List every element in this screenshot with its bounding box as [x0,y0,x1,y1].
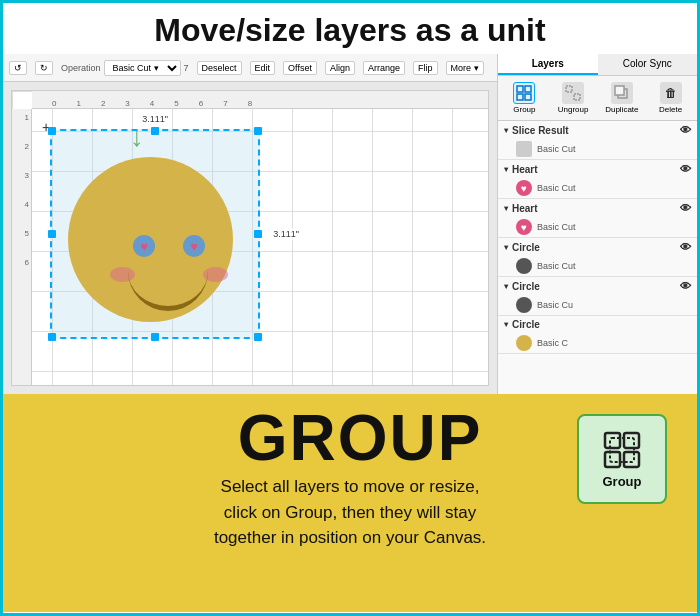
height-dimension: 3.111" [270,228,302,240]
svg-rect-2 [517,94,523,100]
layer-group-heart1-header[interactable]: ▾ Heart 👁 [498,160,697,178]
bottom-row: GROUP Group [23,406,677,470]
layer-group-circle1-header[interactable]: ▾ Circle 👁 [498,238,697,256]
layer-item[interactable]: Basic C [498,333,697,353]
group-icon-label: Group [603,474,642,489]
ungroup-tool-button[interactable]: Ungroup [551,80,596,116]
layer-swatch-circle3 [516,335,532,351]
layer-item[interactable]: Basic Cut [498,139,697,159]
circle2-group-name: Circle [512,281,540,292]
heart-left-icon: ♥ [140,240,148,253]
operation-label: Operation [61,63,101,73]
layer-item-name: Basic C [537,338,691,348]
tab-color-sync[interactable]: Color Sync [598,54,698,75]
svg-rect-7 [615,86,624,95]
ungroup-tool-label: Ungroup [558,105,589,114]
chevron-icon: ▾ [504,282,508,291]
ruler-vertical: 1 2 3 4 5 6 [12,109,32,385]
visibility-icon[interactable]: 👁 [680,241,691,253]
handle-tl[interactable] [48,127,56,135]
layer-item[interactable]: ♥ Basic Cut [498,217,697,237]
operation-group: Operation Basic Cut ▾ 7 [61,60,189,76]
layer-group-circle1: ▾ Circle 👁 Basic Cut [498,238,697,277]
handle-bm[interactable] [151,333,159,341]
face-circle: ♥ ♥ [68,157,233,322]
svg-rect-1 [525,86,531,92]
layer-swatch-heart1: ♥ [516,180,532,196]
design-area[interactable]: 3.111" 3.111" ♥ ♥ [50,129,260,339]
handle-tm[interactable] [151,127,159,135]
undo-button[interactable]: ↺ [9,61,27,75]
heart1-group-name: Heart [512,164,538,175]
circle3-group-name: Circle [512,319,540,330]
group-word: GROUP [218,406,483,470]
svg-rect-11 [624,452,639,467]
svg-rect-10 [605,452,620,467]
group-tool-button[interactable]: Group [502,80,547,116]
layer-item[interactable]: Basic Cut [498,256,697,276]
handle-bl[interactable] [48,333,56,341]
layer-group-circle2: ▾ Circle 👁 Basic Cu [498,277,697,316]
layer-item[interactable]: Basic Cu [498,295,697,315]
layer-group-slice: ▾ Slice Result 👁 Basic Cut [498,121,697,160]
svg-rect-12 [610,438,634,462]
layer-group-circle2-header[interactable]: ▾ Circle 👁 [498,277,697,295]
slice-group-name: Slice Result [512,125,569,136]
delete-tool-label: Delete [659,105,682,114]
ungroup-tool-icon [562,82,584,104]
visibility-icon[interactable]: 👁 [680,280,691,292]
align-button[interactable]: Align [325,61,355,75]
chevron-icon: ▾ [504,204,508,213]
tab-layers[interactable]: Layers [498,54,598,75]
visibility-icon[interactable]: 👁 [680,163,691,175]
handle-ml[interactable] [48,230,56,238]
delete-tool-icon: 🗑 [660,82,682,104]
heart-right-icon: ♥ [190,240,198,253]
layer-group-heart2: ▾ Heart 👁 ♥ Basic Cut [498,199,697,238]
deselect-button[interactable]: Deselect [197,61,242,75]
layers-list: ▾ Slice Result 👁 Basic Cut ▾ Heart 👁 [498,121,697,394]
eye-left: ♥ [133,235,155,257]
middle-section: ↺ ↻ Operation Basic Cut ▾ 7 Deselect Edi… [3,54,697,394]
arrange-button[interactable]: Arrange [363,61,405,75]
group-icon-svg [602,430,642,470]
delete-tool-button[interactable]: 🗑 Delete [648,80,693,116]
panel-toolbar: Group Ungroup Duplicate [498,76,697,121]
edit-button[interactable]: Edit [250,61,276,75]
layer-item-name: Basic Cut [537,144,691,154]
flip-button[interactable]: Flip [413,61,438,75]
layer-group-slice-header[interactable]: ▾ Slice Result 👁 [498,121,697,139]
layer-group-circle3: ▾ Circle Basic C [498,316,697,354]
more-button[interactable]: More ▾ [446,61,484,75]
visibility-icon[interactable]: 👁 [680,202,691,214]
layer-item-name: Basic Cut [537,183,691,193]
layers-panel: Layers Color Sync Group [497,54,697,394]
bottom-section: GROUP Group Select all layers to move or… [3,394,697,612]
handle-tr[interactable] [254,127,262,135]
redo-button[interactable]: ↻ [35,61,53,75]
layer-group-heart2-header[interactable]: ▾ Heart 👁 [498,199,697,217]
duplicate-tool-button[interactable]: Duplicate [600,80,645,116]
group-icon-card[interactable]: Group [577,414,667,504]
layer-swatch-heart2: ♥ [516,219,532,235]
layer-group-circle3-header[interactable]: ▾ Circle [498,316,697,333]
chevron-icon: ▾ [504,126,508,135]
page-title: Move/size layers as a unit [23,13,677,48]
eye-right: ♥ [183,235,205,257]
handle-br[interactable] [254,333,262,341]
svg-rect-4 [566,86,572,92]
handle-mr[interactable] [254,230,262,238]
header-section: Move/size layers as a unit [3,3,697,54]
grid-canvas: 0 1 2 3 4 5 6 7 8 1 2 3 4 5 6 + ↓ [11,90,489,386]
offset-button[interactable]: Offset [283,61,317,75]
operation-select[interactable]: Basic Cut ▾ [104,60,181,76]
visibility-icon[interactable]: 👁 [680,124,691,136]
panel-tabs: Layers Color Sync [498,54,697,76]
layer-group-heart1: ▾ Heart 👁 ♥ Basic Cut [498,160,697,199]
heart2-group-name: Heart [512,203,538,214]
chevron-icon: ▾ [504,165,508,174]
svg-rect-9 [624,433,639,448]
svg-rect-5 [574,94,580,100]
layer-item[interactable]: ♥ Basic Cut [498,178,697,198]
chevron-icon: ▾ [504,243,508,252]
